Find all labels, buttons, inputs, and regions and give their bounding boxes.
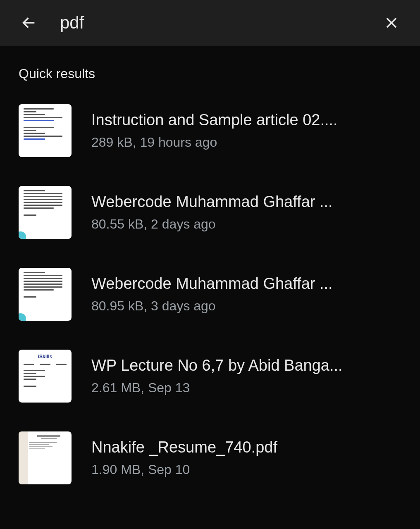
file-thumbnail — [19, 431, 72, 484]
result-meta: 1.90 MB, Sep 10 — [91, 462, 401, 477]
result-item[interactable]: Instruction and Sample article 02.... 28… — [19, 104, 401, 157]
result-text: WP Lecture No 6,7 by Abid Banga... 2.61 … — [91, 357, 401, 396]
result-item[interactable]: iSkills WP Lecture No 6,7 by Abid Banga.… — [19, 350, 401, 403]
search-input[interactable] — [60, 13, 384, 33]
file-thumbnail: iSkills — [19, 350, 72, 403]
result-meta: 289 kB, 19 hours ago — [91, 135, 401, 150]
result-title: Nnakife _Resume_740.pdf — [91, 438, 401, 456]
close-icon[interactable] — [384, 15, 399, 31]
result-item[interactable]: Webercode Muhammad Ghaffar ... 80.95 kB,… — [19, 268, 401, 321]
file-thumbnail — [19, 186, 72, 239]
result-text: Webercode Muhammad Ghaffar ... 80.55 kB,… — [91, 193, 401, 232]
results-content: Quick results Instruction and Sample art… — [0, 45, 420, 484]
file-thumbnail — [19, 268, 72, 321]
file-thumbnail — [19, 104, 72, 157]
thumbnail-header: iSkills — [24, 354, 67, 360]
result-item[interactable]: Nnakife _Resume_740.pdf 1.90 MB, Sep 10 — [19, 431, 401, 484]
result-title: Instruction and Sample article 02.... — [91, 111, 401, 129]
result-title: Webercode Muhammad Ghaffar ... — [91, 275, 401, 293]
result-title: Webercode Muhammad Ghaffar ... — [91, 193, 401, 211]
result-text: Webercode Muhammad Ghaffar ... 80.95 kB,… — [91, 275, 401, 314]
section-title: Quick results — [19, 66, 401, 81]
search-bar — [0, 0, 420, 45]
result-text: Instruction and Sample article 02.... 28… — [91, 111, 401, 150]
back-arrow-icon[interactable] — [21, 14, 37, 31]
result-meta: 80.55 kB, 2 days ago — [91, 217, 401, 232]
result-text: Nnakife _Resume_740.pdf 1.90 MB, Sep 10 — [91, 438, 401, 477]
result-meta: 2.61 MB, Sep 13 — [91, 380, 401, 396]
result-item[interactable]: Webercode Muhammad Ghaffar ... 80.55 kB,… — [19, 186, 401, 239]
result-title: WP Lecture No 6,7 by Abid Banga... — [91, 357, 401, 374]
result-meta: 80.95 kB, 3 days ago — [91, 298, 401, 314]
